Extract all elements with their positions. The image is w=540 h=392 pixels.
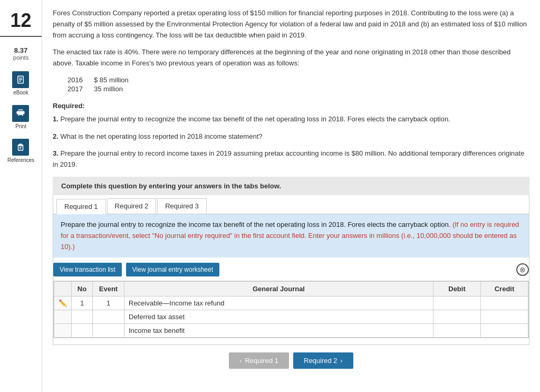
print-icon [12, 105, 29, 122]
sidebar-icons: eBook Print References [7, 71, 34, 163]
journal-table-wrapper: No Event General Journal Debit Credit ✏️ [53, 281, 529, 338]
taxable-amount-1: $ 85 million [90, 75, 142, 84]
taxable-row-2016: 2016 $ 85 million [63, 75, 142, 84]
bottom-nav: ‹ Required 1 Required 2 › [53, 345, 529, 373]
view-journal-entry-button[interactable]: View journal entry worksheet [126, 263, 219, 276]
required-section: Required: 1. Prepare the journal entry t… [53, 101, 529, 170]
complete-banner: Complete this question by entering your … [53, 177, 529, 195]
next-button[interactable]: Required 2 › [293, 352, 353, 369]
toolbar: View transaction list View journal entry… [53, 257, 529, 281]
prev-button[interactable]: ‹ Required 1 [229, 352, 289, 369]
row1-event: 1 [93, 297, 124, 310]
row1-credit[interactable] [481, 297, 528, 310]
edit-cell-3 [54, 324, 72, 338]
header-event: Event [93, 282, 124, 297]
chevron-right-icon: › [341, 357, 343, 365]
row1-gj: Receivable—Income tax refund [124, 297, 433, 310]
references-icon [12, 139, 29, 156]
taxable-row-2017: 2017 35 million [63, 84, 142, 93]
row2-event [93, 310, 124, 324]
required-title: Required: [53, 101, 529, 112]
sidebar-item-references[interactable]: References [7, 139, 34, 163]
header-credit: Credit [481, 282, 528, 297]
header-general-journal: General Journal [124, 282, 433, 297]
required-item-3: 3. Prepare the journal entry to record i… [53, 148, 529, 170]
header-debit: Debit [433, 282, 481, 297]
row3-credit[interactable] [481, 324, 528, 338]
row2-credit[interactable] [481, 310, 528, 324]
edit-cell-1[interactable]: ✏️ [54, 297, 72, 310]
header-no: No [72, 282, 93, 297]
tab-required1[interactable]: Required 1 [56, 199, 106, 214]
row1-no: 1 [72, 297, 93, 310]
journal-table-header-row: No Event General Journal Debit Credit [54, 282, 528, 297]
sidebar-item-ebook[interactable]: eBook [12, 71, 29, 95]
tabs-header: Required 1 Required 2 Required 3 [53, 195, 529, 214]
row3-debit[interactable] [433, 324, 481, 338]
taxable-income-table: 2016 $ 85 million 2017 35 million [63, 75, 142, 93]
tabs-container: Required 1 Required 2 Required 3 Prepare… [53, 195, 529, 345]
question-paragraph2: The enacted tax rate is 40%. There were … [53, 47, 529, 69]
taxable-year-2: 2017 [63, 84, 90, 93]
question-paragraph1: Fores Construction Company reported a pr… [53, 8, 529, 41]
view-transaction-list-button[interactable]: View transaction list [53, 263, 122, 276]
info-box: Prepare the journal entry to recognize t… [53, 214, 529, 257]
row2-no [72, 310, 93, 324]
tab-required2[interactable]: Required 2 [107, 198, 157, 214]
header-edit [54, 282, 72, 297]
required-item-1: 1. Prepare the journal entry to recogniz… [53, 114, 529, 125]
row3-gj: Income tax benefit [124, 324, 433, 338]
row2-gj: Deferred tax asset [124, 310, 433, 324]
table-row: ✏️ 1 1 Receivable—Income tax refund [54, 297, 528, 310]
close-button[interactable]: ⊗ [516, 263, 529, 276]
journal-table: No Event General Journal Debit Credit ✏️ [54, 281, 528, 338]
points-label: points [13, 54, 28, 61]
row3-no [72, 324, 93, 338]
sidebar-item-print[interactable]: Print [12, 105, 29, 129]
taxable-amount-2: 35 million [90, 84, 142, 93]
required-item-2: 2. What is the net operating loss report… [53, 131, 529, 142]
chevron-left-icon: ‹ [239, 357, 242, 365]
row1-debit[interactable] [433, 297, 481, 310]
row2-debit[interactable] [433, 310, 481, 324]
row3-event [93, 324, 124, 338]
print-label: Print [15, 123, 26, 129]
references-label: References [7, 157, 34, 163]
table-row: Income tax benefit [54, 324, 528, 338]
pencil-icon: ✏️ [59, 299, 67, 307]
main-content: Fores Construction Company reported a pr… [42, 0, 540, 392]
ebook-label: eBook [13, 90, 28, 95]
question-number: 12 [0, 5, 42, 37]
table-row: Deferred tax asset [54, 310, 528, 324]
taxable-year-1: 2016 [63, 75, 90, 84]
edit-cell-2 [54, 310, 72, 324]
points-value: 8.37 [14, 46, 27, 54]
tab-required3[interactable]: Required 3 [157, 198, 207, 214]
ebook-icon [12, 71, 29, 88]
sidebar: 12 8.37 points eBook Print References [0, 0, 42, 392]
